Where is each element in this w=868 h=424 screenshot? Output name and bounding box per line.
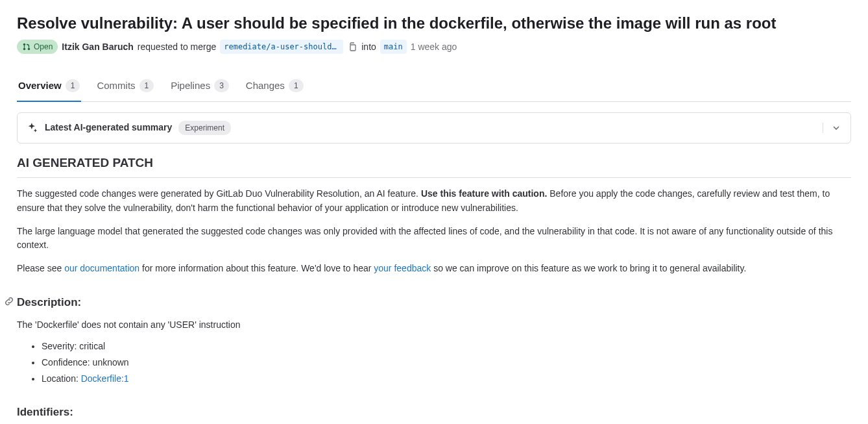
ai-summary-title: Latest AI-generated summary [45, 121, 172, 134]
ai-summary-box[interactable]: Latest AI-generated summary Experiment [17, 112, 851, 143]
merge-request-icon [22, 42, 31, 51]
description-details: Severity: critical Confidence: unknown L… [17, 340, 851, 386]
patch-paragraph-2: The large language model that generated … [17, 225, 851, 253]
svg-point-2 [28, 48, 30, 51]
time-ago: 1 week ago [411, 40, 457, 54]
detail-location: Location: Dockerfile:1 [42, 372, 851, 386]
source-branch[interactable]: remediate/a-user-should-be… [220, 40, 343, 54]
tab-overview[interactable]: Overview 1 [17, 71, 81, 101]
description-text: The 'Dockerfile' does not contain any 'U… [17, 318, 851, 332]
requested-text: requested to merge [138, 40, 216, 54]
tab-label: Pipelines [171, 79, 210, 94]
description-heading: Description: [17, 294, 851, 311]
feedback-link[interactable]: your feedback [374, 263, 431, 273]
tab-label: Overview [18, 79, 62, 94]
mr-tabs: Overview 1 Commits 1 Pipelines 3 Changes… [17, 71, 851, 102]
detail-severity: Severity: critical [42, 340, 851, 353]
anchor-link-icon[interactable] [4, 296, 14, 310]
ai-sparkle-icon [27, 122, 38, 134]
tab-count: 1 [139, 79, 154, 92]
chevron-down-icon [831, 123, 841, 133]
svg-point-1 [23, 48, 26, 51]
copy-branch-icon[interactable] [347, 42, 357, 52]
svg-rect-3 [350, 45, 356, 51]
author-name[interactable]: Itzik Gan Baruch [62, 40, 133, 54]
tab-pipelines[interactable]: Pipelines 3 [169, 71, 230, 101]
tab-commits[interactable]: Commits 1 [95, 71, 155, 101]
status-label: Open [34, 41, 53, 53]
tab-count: 1 [289, 79, 304, 92]
tab-count: 1 [66, 79, 80, 92]
tab-changes[interactable]: Changes 1 [245, 71, 305, 101]
expand-toggle[interactable] [823, 123, 841, 133]
status-badge: Open [17, 40, 58, 54]
experiment-badge: Experiment [178, 121, 231, 135]
tab-label: Changes [246, 79, 285, 94]
documentation-link[interactable]: our documentation [64, 263, 139, 273]
location-link[interactable]: Dockerfile:1 [81, 373, 129, 384]
tab-count: 3 [214, 79, 229, 92]
merge-request-title: Resolve vulnerability: A user should be … [17, 13, 851, 33]
identifiers-heading: Identifiers: [17, 404, 851, 421]
svg-point-0 [23, 44, 26, 46]
patch-paragraph-3: Please see our documentation for more in… [17, 262, 851, 276]
patch-heading: AI GENERATED PATCH [17, 154, 851, 179]
detail-confidence: Confidence: unknown [42, 356, 851, 369]
meta-row: Open Itzik Gan Baruch requested to merge… [17, 40, 851, 54]
into-text: into [361, 40, 376, 54]
tab-label: Commits [97, 79, 135, 94]
patch-paragraph-1: The suggested code changes were generate… [17, 187, 851, 215]
target-branch[interactable]: main [380, 40, 407, 54]
